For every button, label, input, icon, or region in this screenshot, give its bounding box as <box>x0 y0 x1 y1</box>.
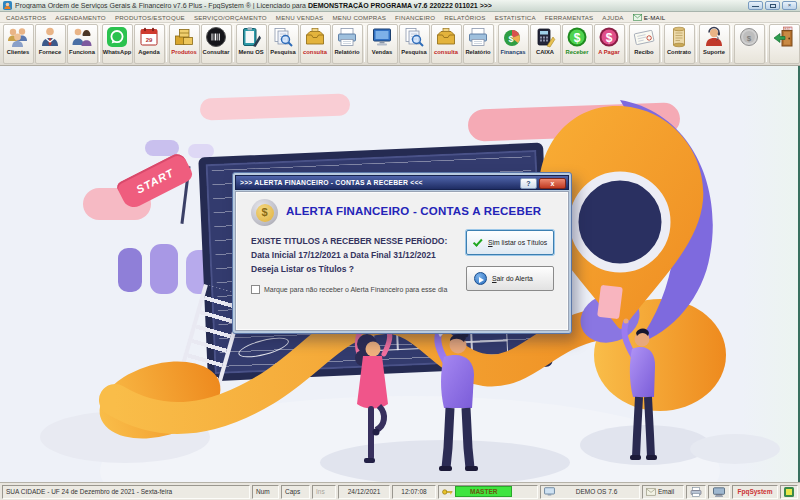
products-icon <box>173 26 195 48</box>
toolbar-consulta-vendas-button[interactable]: consulta <box>431 24 462 64</box>
client-area: START <box>0 66 800 482</box>
checkmark-icon <box>473 237 483 247</box>
ground-shadow <box>690 434 780 464</box>
toolbar-funcionario-button[interactable]: Funciona <box>67 24 98 64</box>
status-time: 12:07:08 <box>392 485 436 499</box>
toolbar-fornecedor-button[interactable]: Fornece <box>35 24 66 64</box>
status-num-lock: Num <box>252 485 279 499</box>
status-date: 24/12/2021 <box>338 485 390 499</box>
maximize-button[interactable] <box>765 1 780 10</box>
svg-text:$: $ <box>747 34 752 43</box>
toolbar-contrato-button[interactable]: Contrato <box>664 24 695 64</box>
toolbar-produtos-button[interactable]: Produtos <box>169 24 200 64</box>
toolbar-coin-button[interactable]: $ <box>734 24 765 64</box>
window-title: Programa Ordem de Serviços Gerais & Fina… <box>15 2 492 9</box>
toolbar-pesquisa-os-button[interactable]: Pesquisa <box>268 24 299 64</box>
coin-icon: $ <box>738 26 760 48</box>
dialog-body: $ ALERTA FINANCEIRO - CONTAS A RECEBER E… <box>235 191 569 331</box>
start-flag-label: START <box>134 166 176 195</box>
computer-icon <box>544 487 555 496</box>
toolbar-exit-button[interactable]: EXIT <box>769 24 800 64</box>
menu-compras[interactable]: MENU COMPRAS <box>332 14 386 21</box>
menu-ajuda[interactable]: AJUDA <box>602 14 623 21</box>
status-email[interactable]: Email <box>642 485 684 499</box>
menu-ferramentas[interactable]: FERRAMENTAS <box>545 14 594 21</box>
svg-text:$: $ <box>574 31 581 45</box>
clients-icon <box>7 26 29 48</box>
receipt-icon <box>633 26 655 48</box>
menu-servico-orcamento[interactable]: SERVIÇO/ORÇAMENTO <box>194 14 267 21</box>
character-man-right <box>612 315 672 470</box>
close-button[interactable]: × <box>782 1 797 10</box>
system-tray-icon <box>784 487 794 497</box>
toolbar-agenda-button[interactable]: 29 Agenda <box>134 24 165 64</box>
report-printer-icon <box>336 26 358 48</box>
suppress-alert-checkbox[interactable] <box>251 285 260 294</box>
minimize-button[interactable] <box>748 1 763 10</box>
supplier-icon <box>39 26 61 48</box>
menu-cadastros[interactable]: CADASTROS <box>6 14 46 21</box>
status-insert: Ins <box>312 485 336 499</box>
toolbar-pesquisa-vendas-button[interactable]: Pesquisa <box>399 24 430 64</box>
toolbar-consulta-os-button[interactable]: consulta <box>300 24 331 64</box>
menu-relatorios[interactable]: RELATÓRIOS <box>444 14 485 21</box>
dialog-titlebar[interactable]: >>> ALERTA FINANCEIRO - CONTAS A RECEBER… <box>235 175 569 190</box>
toolbar-menu-os-button[interactable]: Menu OS <box>236 24 267 64</box>
status-caps-lock: Caps <box>281 485 310 499</box>
search-docs-icon <box>403 26 425 48</box>
menu-agendamento[interactable]: AGENDAMENTO <box>55 14 106 21</box>
report-printer-icon <box>467 26 489 48</box>
toolbar-vendas-button[interactable]: Vendas <box>367 24 398 64</box>
toolbar: Clientes Fornece Funciona WhatsApp 29 Ag… <box>0 23 800 66</box>
barcode-icon <box>205 26 227 48</box>
calendar-icon: 29 <box>138 26 160 48</box>
sales-monitor-icon <box>371 26 393 48</box>
toolbar-whatsapp-button[interactable]: WhatsApp <box>102 24 133 64</box>
dialog-close-button[interactable]: x <box>539 178 566 189</box>
toolbar-caixa-button[interactable]: CAIXA <box>530 24 561 64</box>
toolbar-receber-button[interactable]: $ Receber <box>562 24 593 64</box>
contract-icon <box>668 26 690 48</box>
search-docs-icon <box>272 26 294 48</box>
toolbar-clientes-button[interactable]: Clientes <box>3 24 34 64</box>
toolbar-a-pagar-button[interactable]: $ A Pagar <box>594 24 625 64</box>
toolbar-consultar-button[interactable]: Consultar <box>201 24 232 64</box>
user-badge: MASTER <box>455 486 512 497</box>
status-bar: SUA CIDADE - UF 24 de Dezembro de 2021 -… <box>0 482 800 500</box>
status-monitor[interactable] <box>708 485 730 499</box>
employees-icon <box>71 26 93 48</box>
status-printer[interactable] <box>686 485 706 499</box>
alert-dialog: >>> ALERTA FINANCEIRO - CONTAS A RECEBER… <box>232 172 572 334</box>
menu-estatistica[interactable]: ESTATISTICA <box>495 14 536 21</box>
monitor-icon <box>713 487 725 497</box>
toolbar-financas-button[interactable]: $ Finanças <box>498 24 529 64</box>
work-order-icon <box>240 26 262 48</box>
dialog-message-line3: Deseja Listar os Títulos ? <box>251 264 354 274</box>
yes-list-titles-button[interactable]: Sim listar os Títulos <box>466 230 554 255</box>
toolbar-relatorio-os-button[interactable]: Relatório <box>332 24 363 64</box>
svg-text:$: $ <box>606 31 613 45</box>
pay-dollar-icon: $ <box>598 26 620 48</box>
suppress-alert-label: Marque para não receber o Alerta Finance… <box>264 286 447 293</box>
toolbar-suporte-button[interactable]: Suporte <box>699 24 730 64</box>
window-titlebar: Programa Ordem de Serviços Gerais & Fina… <box>0 0 800 12</box>
menu-vendas[interactable]: MENU VENDAS <box>276 14 324 21</box>
character-woman <box>335 322 410 472</box>
status-location: SUA CIDADE - UF 24 de Dezembro de 2021 -… <box>2 485 250 499</box>
toolbar-relatorio-vendas-button[interactable]: Relatório <box>463 24 494 64</box>
whatsapp-icon <box>106 26 128 48</box>
menu-financeiro[interactable]: FINANCEIRO <box>395 14 435 21</box>
email-icon <box>646 488 656 496</box>
exit-alert-button[interactable]: Sair do Alerta <box>466 266 554 291</box>
support-icon <box>703 26 725 48</box>
character-man <box>415 318 495 478</box>
application-window: Programa Ordem de Serviços Gerais & Fina… <box>0 0 800 500</box>
toolbar-recibo-button[interactable]: Recibo <box>629 24 660 64</box>
menu-produtos-estoque[interactable]: PRODUTOS/ESTOQUE <box>115 14 185 21</box>
dialog-help-button[interactable]: ? <box>520 178 537 189</box>
key-icon <box>442 488 453 496</box>
menu-email[interactable]: E-MAIL <box>633 14 666 21</box>
printer-icon <box>690 487 702 497</box>
svg-text:29: 29 <box>146 37 153 43</box>
svg-text:$: $ <box>508 34 513 44</box>
